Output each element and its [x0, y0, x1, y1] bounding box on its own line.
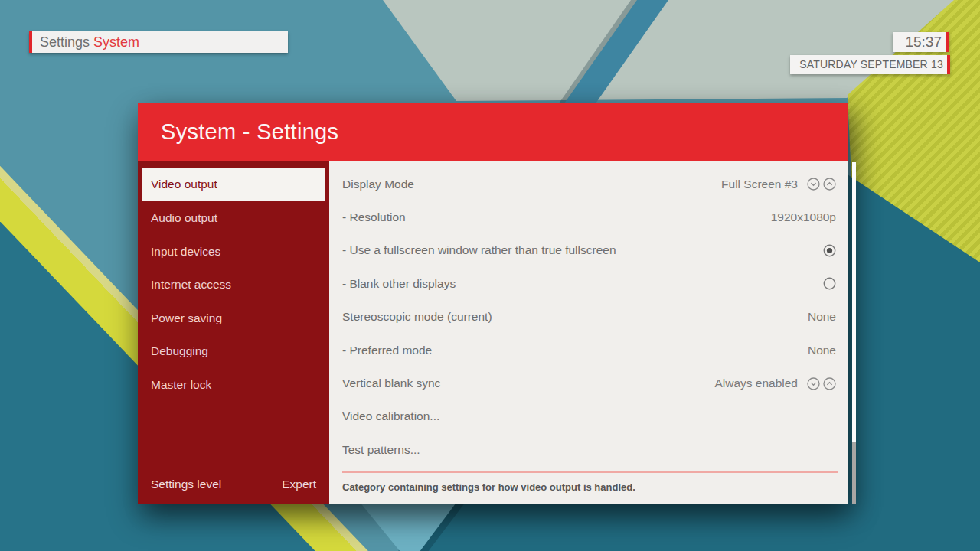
radio-icon[interactable]	[823, 244, 836, 257]
setting-value: 1920x1080p	[771, 210, 836, 224]
spinner-controls	[807, 377, 836, 390]
sidebar-item-internet-access[interactable]: Internet access	[138, 268, 329, 302]
setting-label: Vertical blank sync	[342, 377, 714, 390]
sidebar-item-label: Debugging	[151, 344, 208, 357]
sidebar-item-label: Audio output	[151, 211, 217, 224]
settings-panel: Display Mode Full Screen #3 - Resolution…	[329, 161, 848, 504]
setting-row[interactable]: Display Mode Full Screen #3	[329, 168, 848, 201]
setting-label: Stereoscopic mode (current)	[342, 310, 808, 324]
setting-row[interactable]: - Blank other displays	[329, 267, 848, 300]
breadcrumb-accent-bar	[29, 31, 32, 53]
sidebar-item-label: Power saving	[151, 311, 222, 324]
setting-value: Full Screen #3	[721, 178, 798, 191]
clock-time: 15:37	[893, 32, 949, 52]
radio-icon[interactable]	[823, 277, 836, 290]
setting-row[interactable]: - Use a fullscreen window rather than tr…	[329, 234, 848, 267]
sidebar-item-video-output[interactable]: Video output	[142, 168, 325, 201]
breadcrumb-section: Settings	[40, 34, 90, 50]
setting-row[interactable]: Vertical blank sync Always enabled	[329, 367, 848, 399]
chevron-up-circle-icon[interactable]	[823, 377, 836, 390]
scrollbar-thumb[interactable]	[852, 162, 856, 442]
sidebar-item-label: Video output	[151, 178, 217, 191]
setting-row[interactable]: Stereoscopic mode (current) None	[329, 301, 848, 334]
spinner-controls	[807, 178, 836, 191]
settings-level-value: Expert	[282, 478, 316, 493]
dialog-title: System - Settings	[161, 103, 338, 161]
radio-control	[823, 277, 836, 290]
sidebar-item-label: Internet access	[151, 278, 231, 291]
dialog-header: System - Settings	[138, 103, 848, 161]
radio-control	[823, 244, 836, 257]
description-divider	[342, 471, 838, 473]
clock-time-label: 15:37	[905, 34, 942, 50]
clock-accent-bar	[946, 32, 949, 52]
sidebar-item-audio-output[interactable]: Audio output	[138, 201, 329, 235]
panel-scrollbar[interactable]	[852, 162, 856, 504]
sidebar-item-debugging[interactable]: Debugging	[138, 334, 329, 368]
kodi-system-settings-screen: Settings System 15:37 SATURDAY SEPTEMBER…	[0, 0, 980, 551]
setting-label: - Resolution	[342, 210, 771, 224]
setting-label: Video calibration...	[342, 409, 836, 423]
settings-level-label: Settings level	[151, 478, 221, 493]
breadcrumb-page: System	[93, 34, 139, 50]
chevron-down-circle-icon[interactable]	[807, 178, 820, 191]
category-description: Category containing settings for how vid…	[342, 481, 836, 493]
sidebar-item-power-saving[interactable]: Power saving	[138, 302, 329, 335]
category-sidebar: Video output Audio output Input devices …	[138, 161, 329, 504]
settings-list: Display Mode Full Screen #3 - Resolution…	[329, 168, 848, 467]
chevron-down-circle-icon[interactable]	[807, 377, 820, 390]
sidebar-item-master-lock[interactable]: Master lock	[138, 368, 329, 402]
sidebar-item-label: Master lock	[151, 378, 211, 391]
setting-row[interactable]: - Resolution 1920x1080p	[329, 201, 848, 233]
setting-row[interactable]: Test patterns...	[329, 433, 848, 466]
chevron-up-circle-icon[interactable]	[823, 178, 836, 191]
settings-level-row[interactable]: Settings level Expert	[151, 478, 316, 493]
setting-row[interactable]: - Preferred mode None	[329, 334, 848, 367]
sidebar-item-input-devices[interactable]: Input devices	[138, 235, 329, 269]
settings-dialog: System - Settings Video output Audio out…	[138, 103, 848, 504]
setting-label: - Preferred mode	[342, 344, 808, 357]
setting-row[interactable]: Video calibration...	[329, 400, 848, 433]
sidebar-item-label: Input devices	[151, 245, 220, 258]
setting-label: Display Mode	[342, 178, 721, 191]
setting-value: None	[808, 310, 836, 324]
setting-value: Always enabled	[714, 377, 798, 390]
category-list: Video output Audio output Input devices …	[138, 167, 329, 402]
setting-label: Test patterns...	[342, 443, 836, 457]
setting-value: None	[808, 344, 836, 357]
scrollbar-track[interactable]	[852, 442, 856, 504]
setting-label: - Blank other displays	[342, 277, 814, 291]
setting-label: - Use a fullscreen window rather than tr…	[342, 243, 814, 257]
breadcrumb: Settings System	[29, 31, 288, 53]
clock-date-label: SATURDAY SEPTEMBER 13	[799, 58, 943, 70]
date-accent-bar	[947, 55, 950, 74]
clock-date: SATURDAY SEPTEMBER 13	[790, 55, 950, 74]
